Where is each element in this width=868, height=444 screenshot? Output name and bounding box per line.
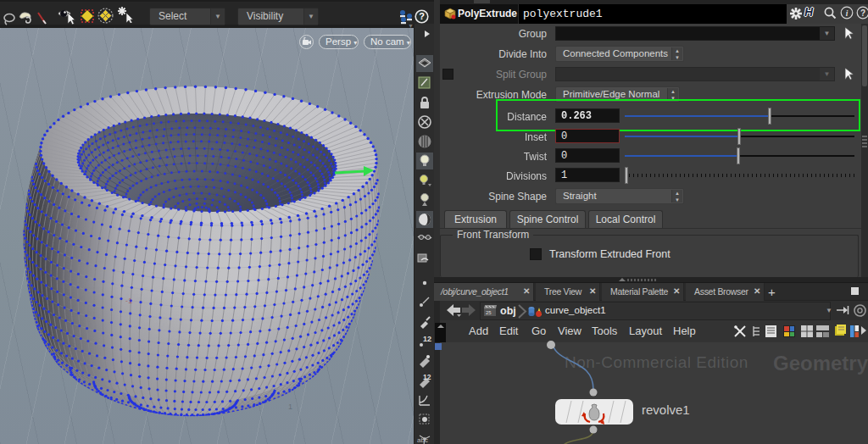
svg-text:?: ?: [419, 11, 425, 21]
svg-text:i: i: [846, 9, 849, 18]
svg-text:25: 25: [486, 310, 492, 315]
svg-text:12: 12: [423, 373, 431, 381]
svg-text:?: ?: [860, 8, 865, 18]
svg-text:12: 12: [423, 335, 431, 343]
